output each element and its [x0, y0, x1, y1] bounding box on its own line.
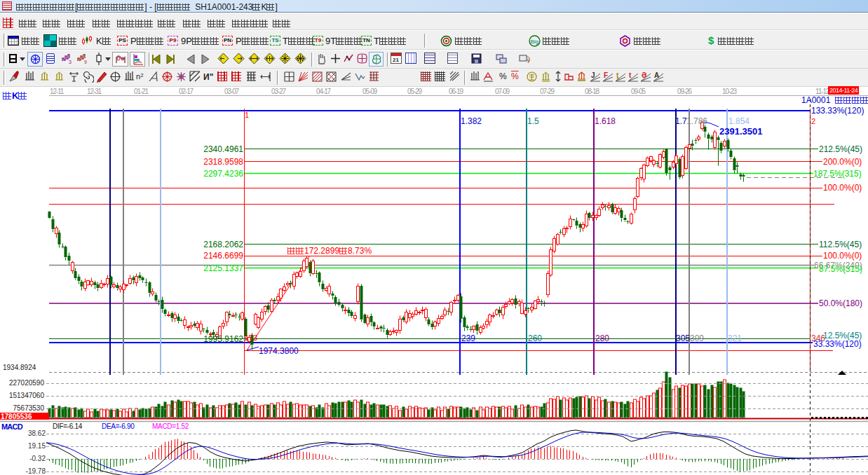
svg-text:t: t: [629, 71, 632, 79]
svg-text:Big: Big: [531, 39, 539, 45]
svg-text:Ə: Ə: [642, 71, 646, 79]
svg-text:А: А: [654, 71, 659, 79]
svg-text:3: 3: [69, 60, 72, 64]
svg-text:9: 9: [84, 60, 87, 64]
svg-text:J: J: [591, 71, 595, 79]
svg-text:F: F: [604, 71, 608, 79]
svg-text:ƫ: ƫ: [616, 71, 619, 79]
